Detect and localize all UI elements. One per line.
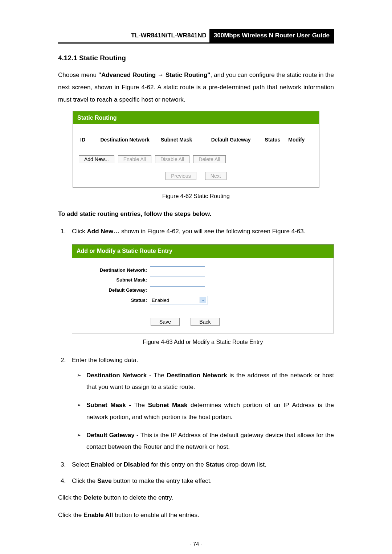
col-id: ID	[80, 136, 100, 144]
triangle-icon: ➢	[77, 370, 81, 380]
divider	[78, 311, 328, 311]
header-title: 300Mbps Wireless N Router User Guide	[209, 29, 334, 42]
label-mask: Subnet Mask:	[78, 276, 150, 284]
step-2: Enter the following data. ➢ Destination …	[68, 355, 334, 453]
col-modify: Modify	[288, 136, 312, 144]
save-button[interactable]: Save	[151, 318, 180, 326]
bullet-destination-network: ➢ Destination Network - The Destination …	[77, 370, 334, 393]
add-new-button[interactable]: Add New...	[79, 155, 114, 163]
figure-4-63-caption: Figure 4-63 Add or Modify a Static Route…	[72, 337, 334, 348]
step-4: Click the Save button to make the entry …	[68, 476, 334, 487]
bullet-subnet-mask: ➢ Subnet Mask - The Subnet Mask determin…	[77, 399, 334, 423]
step-3: Select Enabled or Disabled for this entr…	[68, 459, 334, 471]
figure-4-62-panel: Static Routing ID Destination Network Su…	[73, 111, 319, 188]
triangle-icon: ➢	[77, 400, 81, 410]
select-status[interactable]: Enabled ⌄	[150, 296, 208, 304]
header-model: TL-WR841N/TL-WR841ND	[131, 29, 209, 42]
col-dest: Destination Network	[100, 136, 160, 144]
bullet-default-gateway: ➢ Default Gateway - This is the IP Addre…	[77, 430, 334, 453]
chevron-down-icon: ⌄	[200, 297, 206, 303]
input-destination-network[interactable]	[150, 266, 205, 274]
back-button[interactable]: Back	[191, 318, 220, 326]
figure-4-62-caption: Figure 4-62 Static Routing	[58, 191, 334, 201]
table-header: ID Destination Network Subnet Mask Defau…	[79, 133, 313, 153]
page-number: - 74 -	[58, 539, 334, 549]
panel2-title: Add or Modify a Static Route Entry	[72, 245, 334, 258]
enable-all-button[interactable]: Enable All	[118, 155, 151, 163]
doc-header: TL-WR841N/TL-WR841ND 300Mbps Wireless N …	[58, 29, 334, 44]
delete-all-button[interactable]: Delete All	[193, 155, 225, 163]
disable-all-button[interactable]: Disable All	[155, 155, 189, 163]
step-1: Click Add New… shown in Figure 4-62, you…	[68, 226, 334, 348]
col-gw: Default Gateway	[211, 136, 265, 144]
tail-delete: Click the Delete button to delete the en…	[58, 492, 334, 504]
intro-paragraph: Choose menu "Advanced Routing → Static R…	[58, 69, 334, 106]
tail-enable-all: Click the Enable All button to enable al…	[58, 509, 334, 521]
input-subnet-mask[interactable]	[150, 276, 205, 284]
add-steps-heading: To add static routing entries, follow th…	[58, 208, 334, 220]
section-number: 4.12.1	[58, 54, 77, 62]
col-mask: Subnet Mask	[161, 136, 211, 144]
section-title: 4.12.1 Static Routing	[58, 52, 334, 64]
label-dest: Destination Network:	[78, 266, 150, 274]
next-button[interactable]: Next	[205, 172, 226, 180]
section-name: Static Routing	[79, 54, 126, 62]
triangle-icon: ➢	[77, 430, 81, 440]
col-status: Status	[265, 136, 289, 144]
arrow-icon: →	[158, 71, 164, 78]
label-status: Status:	[78, 296, 150, 304]
label-gw: Default Gateway:	[78, 286, 150, 294]
figure-4-63-panel: Add or Modify a Static Route Entry Desti…	[72, 244, 334, 333]
panel-title: Static Routing	[73, 111, 319, 124]
input-default-gateway[interactable]	[150, 286, 205, 294]
previous-button[interactable]: Previous	[166, 172, 196, 180]
